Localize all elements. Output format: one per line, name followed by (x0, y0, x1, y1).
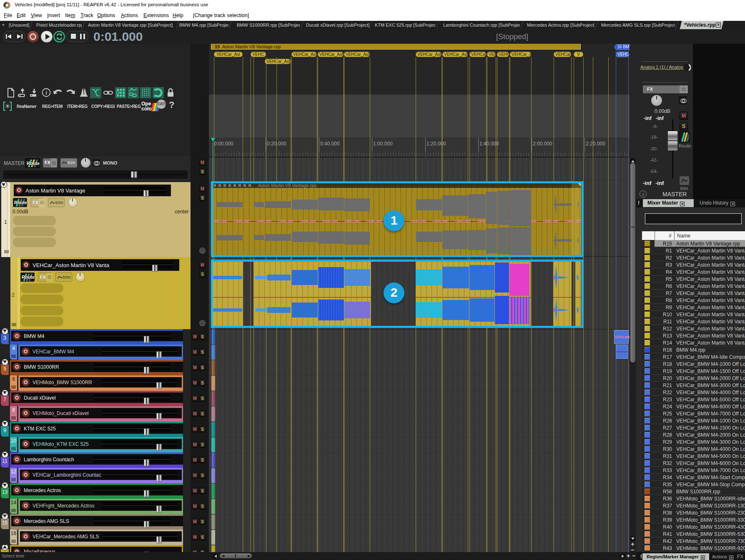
svg-text:i: i (45, 90, 47, 96)
svg-text:✳: ✳ (5, 102, 10, 110)
